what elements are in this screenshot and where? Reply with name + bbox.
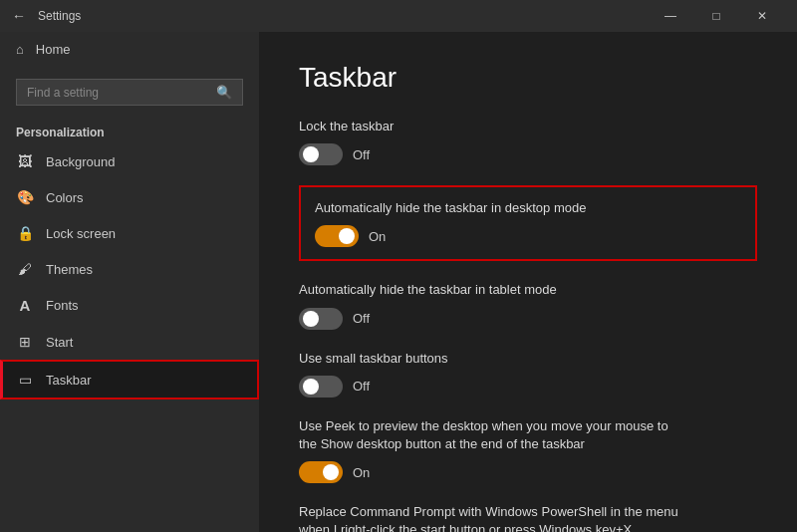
sidebar-item-colors[interactable]: 🎨 Colors <box>0 179 259 215</box>
sidebar-item-fonts[interactable]: A Fonts <box>0 287 259 324</box>
toggle-auto-hide-tablet-state: Off <box>353 311 370 326</box>
toggle-small-buttons-knob <box>303 379 319 395</box>
setting-peek: Use Peek to preview the desktop when you… <box>299 417 757 483</box>
toggle-peek-knob <box>323 464 339 480</box>
sidebar-label-colors: Colors <box>46 190 84 205</box>
back-button[interactable]: ← <box>12 8 26 24</box>
setting-small-buttons-label: Use small taskbar buttons <box>299 350 757 368</box>
setting-auto-hide-desktop-label: Automatically hide the taskbar in deskto… <box>315 199 741 217</box>
sidebar-home-label: Home <box>36 42 71 57</box>
sidebar-search-box[interactable]: 🔍 <box>16 79 243 106</box>
fonts-icon: A <box>16 297 34 314</box>
sidebar-item-home[interactable]: ⌂ Home <box>0 32 259 67</box>
close-button[interactable]: ✕ <box>739 0 785 32</box>
toggle-small-buttons-state: Off <box>353 379 370 394</box>
sidebar-label-start: Start <box>46 335 73 350</box>
setting-auto-hide-desktop: Automatically hide the taskbar in deskto… <box>299 185 757 261</box>
sidebar-item-lockscreen[interactable]: 🔒 Lock screen <box>0 215 259 251</box>
toggle-small-buttons[interactable] <box>299 376 343 398</box>
sidebar-item-themes[interactable]: 🖌 Themes <box>0 251 259 287</box>
setting-peek-toggle-row: On <box>299 461 757 483</box>
setting-lock-taskbar-toggle-row: Off <box>299 143 757 165</box>
setting-powershell: Replace Command Prompt with Windows Powe… <box>299 503 757 532</box>
sidebar-label-background: Background <box>46 154 115 169</box>
toggle-auto-hide-desktop-knob <box>339 228 355 244</box>
sidebar: ⌂ Home 🔍 Personalization 🖼 Background 🎨 … <box>0 32 259 532</box>
toggle-peek-state: On <box>353 465 370 480</box>
toggle-auto-hide-desktop-state: On <box>369 229 386 244</box>
setting-small-buttons: Use small taskbar buttons Off <box>299 350 757 398</box>
search-icon: 🔍 <box>216 85 232 100</box>
colors-icon: 🎨 <box>16 189 34 205</box>
setting-auto-hide-desktop-toggle-row: On <box>315 225 741 247</box>
setting-auto-hide-tablet: Automatically hide the taskbar in tablet… <box>299 281 757 329</box>
setting-lock-taskbar: Lock the taskbar Off <box>299 118 757 165</box>
titlebar: ← Settings — □ ✕ <box>0 0 797 32</box>
start-icon: ⊞ <box>16 334 34 350</box>
setting-auto-hide-tablet-toggle-row: Off <box>299 308 757 330</box>
home-icon: ⌂ <box>16 42 24 57</box>
sidebar-label-taskbar: Taskbar <box>46 373 92 388</box>
toggle-lock-taskbar[interactable] <box>299 143 343 165</box>
taskbar-icon: ▭ <box>16 372 34 388</box>
main-content: Taskbar Lock the taskbar Off Automatical… <box>259 32 797 532</box>
app-body: ⌂ Home 🔍 Personalization 🖼 Background 🎨 … <box>0 32 797 532</box>
toggle-peek[interactable] <box>299 461 343 483</box>
toggle-auto-hide-tablet-knob <box>303 311 319 327</box>
search-input[interactable] <box>27 86 216 100</box>
maximize-button[interactable]: □ <box>693 0 739 32</box>
sidebar-label-lockscreen: Lock screen <box>46 226 116 241</box>
toggle-auto-hide-tablet[interactable] <box>299 308 343 330</box>
sidebar-label-themes: Themes <box>46 262 93 277</box>
toggle-auto-hide-desktop[interactable] <box>315 225 359 247</box>
sidebar-section-label: Personalization <box>0 118 259 143</box>
setting-small-buttons-toggle-row: Off <box>299 376 757 398</box>
window-title: Settings <box>38 9 648 23</box>
sidebar-item-start[interactable]: ⊞ Start <box>0 324 259 360</box>
minimize-button[interactable]: — <box>648 0 693 32</box>
setting-peek-label: Use Peek to preview the desktop when you… <box>299 417 757 453</box>
toggle-lock-taskbar-knob <box>303 146 319 162</box>
background-icon: 🖼 <box>16 153 34 169</box>
window-controls: — □ ✕ <box>648 0 785 32</box>
setting-powershell-label: Replace Command Prompt with Windows Powe… <box>299 503 757 532</box>
sidebar-item-background[interactable]: 🖼 Background <box>0 143 259 179</box>
setting-lock-taskbar-label: Lock the taskbar <box>299 118 757 135</box>
setting-auto-hide-tablet-label: Automatically hide the taskbar in tablet… <box>299 281 757 299</box>
lockscreen-icon: 🔒 <box>16 225 34 241</box>
sidebar-item-taskbar[interactable]: ▭ Taskbar <box>0 360 259 399</box>
page-title: Taskbar <box>299 62 757 94</box>
sidebar-label-fonts: Fonts <box>46 298 79 313</box>
themes-icon: 🖌 <box>16 261 34 277</box>
toggle-lock-taskbar-state: Off <box>353 147 370 162</box>
